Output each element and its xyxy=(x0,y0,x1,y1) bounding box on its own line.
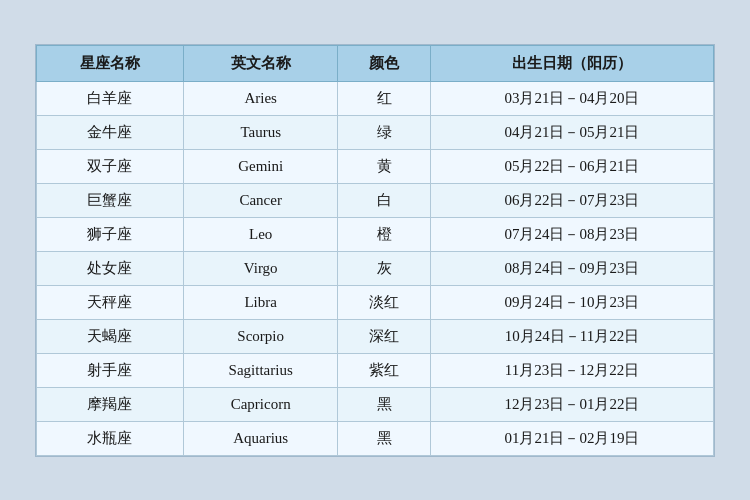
cell-color: 白 xyxy=(338,183,431,217)
cell-english-name: Aries xyxy=(183,81,338,115)
cell-chinese-name: 天蝎座 xyxy=(37,319,184,353)
table-row: 巨蟹座Cancer白06月22日－07月23日 xyxy=(37,183,714,217)
cell-color: 橙 xyxy=(338,217,431,251)
cell-color: 黑 xyxy=(338,387,431,421)
cell-dates: 12月23日－01月22日 xyxy=(430,387,713,421)
table-row: 天蝎座Scorpio深红10月24日－11月22日 xyxy=(37,319,714,353)
cell-chinese-name: 处女座 xyxy=(37,251,184,285)
table-row: 水瓶座Aquarius黑01月21日－02月19日 xyxy=(37,421,714,455)
cell-english-name: Sagittarius xyxy=(183,353,338,387)
cell-english-name: Scorpio xyxy=(183,319,338,353)
cell-chinese-name: 摩羯座 xyxy=(37,387,184,421)
cell-dates: 06月22日－07月23日 xyxy=(430,183,713,217)
cell-chinese-name: 狮子座 xyxy=(37,217,184,251)
cell-dates: 01月21日－02月19日 xyxy=(430,421,713,455)
cell-chinese-name: 白羊座 xyxy=(37,81,184,115)
cell-english-name: Leo xyxy=(183,217,338,251)
table-row: 狮子座Leo橙07月24日－08月23日 xyxy=(37,217,714,251)
header-english-name: 英文名称 xyxy=(183,45,338,81)
cell-color: 红 xyxy=(338,81,431,115)
cell-chinese-name: 天秤座 xyxy=(37,285,184,319)
table-header-row: 星座名称 英文名称 颜色 出生日期（阳历） xyxy=(37,45,714,81)
header-chinese-name: 星座名称 xyxy=(37,45,184,81)
header-birth-date: 出生日期（阳历） xyxy=(430,45,713,81)
zodiac-table-container: 星座名称 英文名称 颜色 出生日期（阳历） 白羊座Aries红03月21日－04… xyxy=(35,44,715,457)
cell-dates: 04月21日－05月21日 xyxy=(430,115,713,149)
table-row: 天秤座Libra淡红09月24日－10月23日 xyxy=(37,285,714,319)
cell-color: 黄 xyxy=(338,149,431,183)
cell-color: 灰 xyxy=(338,251,431,285)
cell-english-name: Virgo xyxy=(183,251,338,285)
cell-dates: 03月21日－04月20日 xyxy=(430,81,713,115)
table-row: 处女座Virgo灰08月24日－09月23日 xyxy=(37,251,714,285)
cell-dates: 09月24日－10月23日 xyxy=(430,285,713,319)
table-row: 白羊座Aries红03月21日－04月20日 xyxy=(37,81,714,115)
cell-english-name: Aquarius xyxy=(183,421,338,455)
cell-english-name: Libra xyxy=(183,285,338,319)
zodiac-table: 星座名称 英文名称 颜色 出生日期（阳历） 白羊座Aries红03月21日－04… xyxy=(36,45,714,456)
cell-dates: 11月23日－12月22日 xyxy=(430,353,713,387)
table-row: 射手座Sagittarius紫红11月23日－12月22日 xyxy=(37,353,714,387)
cell-english-name: Taurus xyxy=(183,115,338,149)
cell-chinese-name: 水瓶座 xyxy=(37,421,184,455)
cell-color: 黑 xyxy=(338,421,431,455)
table-row: 摩羯座Capricorn黑12月23日－01月22日 xyxy=(37,387,714,421)
table-row: 双子座Gemini黄05月22日－06月21日 xyxy=(37,149,714,183)
cell-dates: 10月24日－11月22日 xyxy=(430,319,713,353)
cell-english-name: Gemini xyxy=(183,149,338,183)
cell-color: 绿 xyxy=(338,115,431,149)
cell-english-name: Capricorn xyxy=(183,387,338,421)
cell-chinese-name: 巨蟹座 xyxy=(37,183,184,217)
cell-chinese-name: 双子座 xyxy=(37,149,184,183)
cell-dates: 05月22日－06月21日 xyxy=(430,149,713,183)
table-body: 白羊座Aries红03月21日－04月20日金牛座Taurus绿04月21日－0… xyxy=(37,81,714,455)
header-color: 颜色 xyxy=(338,45,431,81)
cell-chinese-name: 金牛座 xyxy=(37,115,184,149)
cell-dates: 07月24日－08月23日 xyxy=(430,217,713,251)
cell-dates: 08月24日－09月23日 xyxy=(430,251,713,285)
table-row: 金牛座Taurus绿04月21日－05月21日 xyxy=(37,115,714,149)
cell-color: 紫红 xyxy=(338,353,431,387)
cell-chinese-name: 射手座 xyxy=(37,353,184,387)
cell-english-name: Cancer xyxy=(183,183,338,217)
cell-color: 深红 xyxy=(338,319,431,353)
cell-color: 淡红 xyxy=(338,285,431,319)
